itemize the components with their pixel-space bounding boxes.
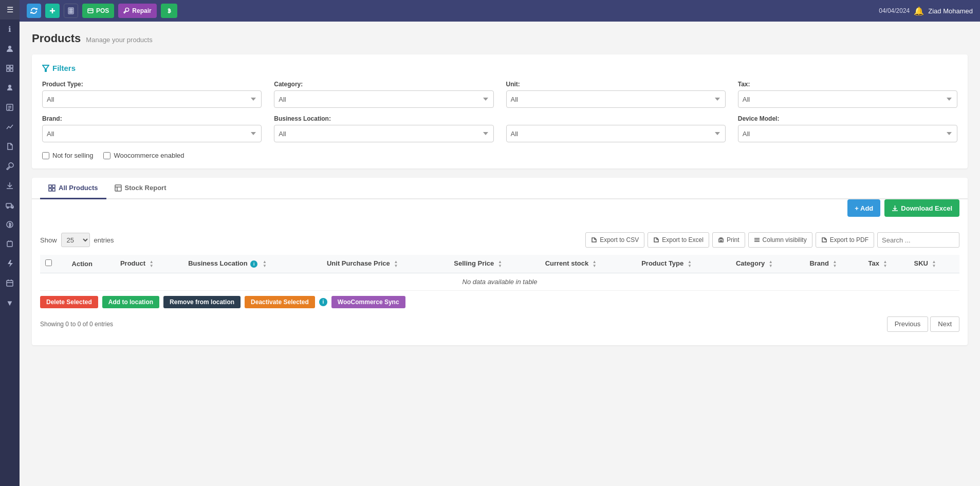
svg-rect-30 bbox=[71, 12, 72, 13]
print-button[interactable]: Print bbox=[712, 232, 745, 248]
svg-point-11 bbox=[7, 207, 9, 209]
th-checkbox bbox=[40, 255, 67, 273]
svg-rect-3 bbox=[7, 69, 9, 71]
sidebar-menu-icon[interactable]: ☰ bbox=[0, 0, 20, 20]
tab-stock-report[interactable]: Stock Report bbox=[106, 178, 175, 199]
svg-rect-4 bbox=[10, 69, 13, 71]
unit-label: Unit: bbox=[506, 81, 726, 88]
checkbox-row: Not for selling Woocommerce enabled bbox=[42, 149, 957, 159]
previous-button[interactable]: Previous bbox=[887, 316, 929, 332]
table-header-row: Action Product ▲▼ Business Location i ▲▼ bbox=[40, 255, 959, 273]
sidebar-currency-icon[interactable] bbox=[0, 215, 20, 234]
deactivate-selected-button[interactable]: Deactivate Selected bbox=[245, 296, 315, 308]
woocommerce-enabled-checkbox[interactable] bbox=[103, 152, 110, 159]
tax-label: Tax: bbox=[738, 81, 957, 88]
topnav-pos-button[interactable]: POS bbox=[82, 4, 114, 18]
topnav-calc-icon[interactable] bbox=[64, 4, 78, 18]
add-button[interactable]: + Add bbox=[847, 199, 880, 217]
th-business-location[interactable]: Business Location i ▲▼ bbox=[183, 255, 322, 273]
unit-filter: Unit: All bbox=[506, 81, 726, 108]
topnav-add-icon[interactable] bbox=[45, 4, 60, 18]
export-pdf-button[interactable]: Export to PDF bbox=[816, 232, 874, 248]
page-subtitle: Manage your products bbox=[86, 36, 152, 44]
not-for-selling-checkbox-label[interactable]: Not for selling bbox=[42, 152, 93, 159]
topnav-dollar-button[interactable] bbox=[161, 4, 177, 18]
show-entries-select[interactable]: 25 10 50 100 bbox=[61, 233, 90, 247]
svg-rect-38 bbox=[115, 185, 121, 191]
category-select[interactable]: All bbox=[274, 90, 493, 108]
not-for-selling-checkbox[interactable] bbox=[42, 152, 49, 159]
delete-selected-button[interactable]: Delete Selected bbox=[40, 296, 98, 308]
pagination-row: Showing 0 to 0 of 0 entries Previous Nex… bbox=[40, 311, 959, 337]
sidebar-delivery-icon[interactable] bbox=[0, 195, 20, 215]
category-label: Category: bbox=[274, 81, 493, 88]
sidebar-calendar-icon[interactable] bbox=[0, 273, 20, 293]
extra-select[interactable]: All bbox=[506, 125, 726, 142]
table-toolbar-left: Show 25 10 50 100 entries bbox=[40, 233, 114, 247]
th-selling-price[interactable]: Selling Price ▲▼ bbox=[449, 255, 540, 273]
remove-from-location-button[interactable]: Remove from location bbox=[163, 296, 241, 308]
th-sku[interactable]: SKU ▲▼ bbox=[909, 255, 959, 273]
sidebar-download-icon[interactable] bbox=[0, 176, 20, 195]
sidebar-contacts-icon[interactable] bbox=[0, 78, 20, 98]
th-unit-purchase-price[interactable]: Unit Purchase Price ▲▼ bbox=[322, 255, 449, 273]
unit-select[interactable]: All bbox=[506, 90, 726, 108]
export-csv-button[interactable]: Export to CSV bbox=[585, 232, 644, 248]
export-excel-button[interactable]: Export to Excel bbox=[648, 232, 709, 248]
bottom-action-buttons: Delete Selected Add to location Remove f… bbox=[40, 291, 959, 311]
business-location-label: Business Location: bbox=[274, 115, 493, 122]
th-product[interactable]: Product ▲▼ bbox=[115, 255, 183, 273]
filter-card: Filters Product Type: All Category: All bbox=[32, 54, 968, 169]
sidebar: ☰ ℹ bbox=[0, 0, 20, 486]
th-brand[interactable]: Brand ▲▼ bbox=[804, 255, 863, 273]
tax-filter: Tax: All bbox=[738, 81, 957, 108]
sidebar-lightning-icon[interactable] bbox=[0, 254, 20, 273]
sidebar-user-icon[interactable] bbox=[0, 39, 20, 59]
product-type-filter: Product Type: All bbox=[42, 81, 262, 108]
th-tax[interactable]: Tax ▲▼ bbox=[863, 255, 909, 273]
business-location-select[interactable]: All bbox=[274, 125, 493, 142]
select-all-checkbox[interactable] bbox=[45, 259, 52, 266]
svg-rect-34 bbox=[49, 185, 51, 188]
tab-all-products[interactable]: All Products bbox=[40, 178, 106, 199]
svg-point-0 bbox=[8, 46, 11, 49]
tabs-container: All Products Stock Report + Add Download… bbox=[32, 178, 968, 345]
sidebar-analytics-icon[interactable] bbox=[0, 117, 20, 137]
sidebar-info-icon[interactable]: ℹ bbox=[0, 20, 20, 39]
product-type-select[interactable]: All bbox=[42, 90, 262, 108]
woocommerce-sync-button[interactable]: WooCommerce Sync bbox=[331, 296, 405, 308]
download-excel-button[interactable]: Download Excel bbox=[884, 199, 959, 217]
column-visibility-button[interactable]: Column visibility bbox=[748, 232, 812, 248]
sidebar-document-icon[interactable] bbox=[0, 137, 20, 156]
svg-rect-36 bbox=[49, 189, 51, 191]
pagination-buttons: Previous Next bbox=[887, 316, 959, 332]
device-model-label: Device Model: bbox=[738, 115, 957, 122]
next-button[interactable]: Next bbox=[930, 316, 959, 332]
woocommerce-enabled-checkbox-label[interactable]: Woocommerce enabled bbox=[103, 152, 184, 159]
no-data-row: No data available in table bbox=[40, 273, 959, 290]
table-toolbar-right: Export to CSV Export to Excel Print bbox=[585, 232, 959, 248]
search-input[interactable] bbox=[877, 232, 959, 248]
topnav-bell-icon[interactable]: 🔔 bbox=[914, 6, 924, 16]
th-current-stock[interactable]: Current stock ▲▼ bbox=[540, 255, 637, 273]
sidebar-chevron-down-icon[interactable]: ▼ bbox=[0, 293, 20, 312]
topnav-sync-icon[interactable] bbox=[27, 4, 41, 18]
filter-row-1: Product Type: All Category: All Unit: bbox=[42, 81, 957, 108]
device-model-select[interactable]: All bbox=[738, 125, 957, 142]
brand-label: Brand: bbox=[42, 115, 262, 122]
topnav: POS Repair 04/04/2024 🔔 Ziad Mohamed bbox=[20, 0, 980, 22]
svg-rect-17 bbox=[7, 281, 13, 286]
topnav-repair-button[interactable]: Repair bbox=[118, 4, 156, 18]
product-type-label: Product Type: bbox=[42, 81, 262, 88]
th-product-type[interactable]: Product Type ▲▼ bbox=[636, 255, 731, 273]
sidebar-reports-icon[interactable] bbox=[0, 98, 20, 117]
tax-select[interactable]: All bbox=[738, 90, 957, 108]
sidebar-plugin-icon[interactable] bbox=[0, 234, 20, 254]
sidebar-tools-icon[interactable] bbox=[0, 156, 20, 176]
data-table: Action Product ▲▼ Business Location i ▲▼ bbox=[40, 255, 959, 291]
add-to-location-button[interactable]: Add to location bbox=[102, 296, 159, 308]
topnav-date: 04/04/2024 bbox=[879, 7, 910, 14]
th-category[interactable]: Category ▲▼ bbox=[731, 255, 805, 273]
sidebar-products-icon[interactable] bbox=[0, 59, 20, 78]
brand-select[interactable]: All bbox=[42, 125, 262, 142]
